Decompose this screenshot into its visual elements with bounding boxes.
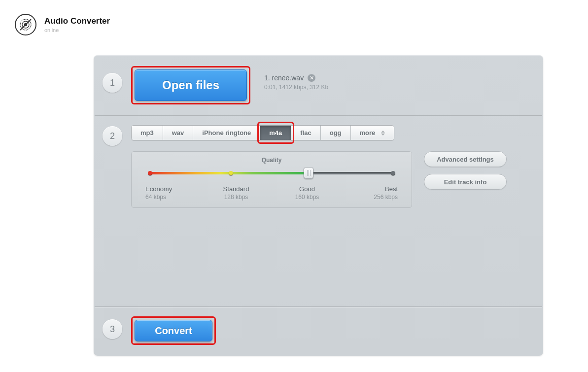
quality-slider[interactable] [148, 169, 395, 176]
format-wav[interactable]: wav [163, 126, 194, 140]
tick-best: Best 256 kbps [358, 185, 398, 201]
step-1-row: 1 Open files 1. renee.wav ✕ 0:01, 1412 k… [94, 55, 543, 115]
app-header: Audio Converter online [0, 0, 588, 35]
convert-highlight: Convert [131, 316, 216, 345]
format-m4a[interactable]: m4a [260, 126, 291, 140]
edit-track-info-button[interactable]: Edit track info [424, 174, 507, 190]
open-files-highlight: Open files [131, 66, 250, 104]
app-title-block: Audio Converter online [44, 16, 110, 33]
slider-stop-economy [148, 171, 152, 175]
quality-tick-labels: Economy 64 kbps Standard 128 kbps Good 1… [148, 185, 395, 201]
quality-card: Quality Economy 64 kbps [131, 151, 412, 208]
remove-file-button[interactable]: ✕ [308, 74, 315, 82]
step-3-badge: 3 [103, 319, 122, 339]
format-mp3[interactable]: mp3 [132, 126, 163, 140]
tick-economy: Economy 64 kbps [145, 185, 185, 201]
step-3-row: 3 Convert [94, 307, 543, 356]
file-info: 1. renee.wav ✕ 0:01, 1412 kbps, 312 Kb [264, 74, 328, 91]
main-panel: 1 Open files 1. renee.wav ✕ 0:01, 1412 k… [94, 55, 543, 356]
app-title: Audio Converter [44, 16, 110, 26]
close-icon: ✕ [310, 75, 314, 81]
format-ogg[interactable]: ogg [321, 126, 351, 140]
file-name: 1. renee.wav [264, 74, 304, 82]
format-more-label: more [360, 129, 376, 136]
slider-thumb[interactable] [304, 167, 313, 179]
advanced-settings-button[interactable]: Advanced settings [424, 151, 507, 167]
tick-standard: Standard 128 kbps [216, 185, 256, 201]
step-2-row: 2 mp3 wav iPhone ringtone m4a flac ogg m… [94, 116, 543, 306]
format-flac[interactable]: flac [291, 126, 320, 140]
app-subtitle: online [44, 27, 110, 33]
convert-button[interactable]: Convert [135, 320, 212, 341]
format-iphone-ringtone[interactable]: iPhone ringtone [193, 126, 260, 140]
app-logo-icon [15, 14, 36, 35]
step-1-badge: 1 [103, 73, 122, 93]
side-buttons: Advanced settings Edit track info [424, 151, 507, 190]
slider-stop-best [391, 171, 395, 175]
tick-good: Good 160 kbps [287, 185, 327, 201]
sort-caret-icon [381, 131, 385, 135]
file-meta: 0:01, 1412 kbps, 312 Kb [264, 84, 328, 91]
quality-title: Quality [148, 157, 395, 164]
open-files-button[interactable]: Open files [135, 69, 247, 101]
step-2-badge: 2 [103, 126, 122, 146]
format-segmented-control: mp3 wav iPhone ringtone m4a flac ogg mor… [131, 125, 394, 140]
slider-stop-standard [229, 171, 233, 175]
format-more[interactable]: more [351, 126, 394, 140]
